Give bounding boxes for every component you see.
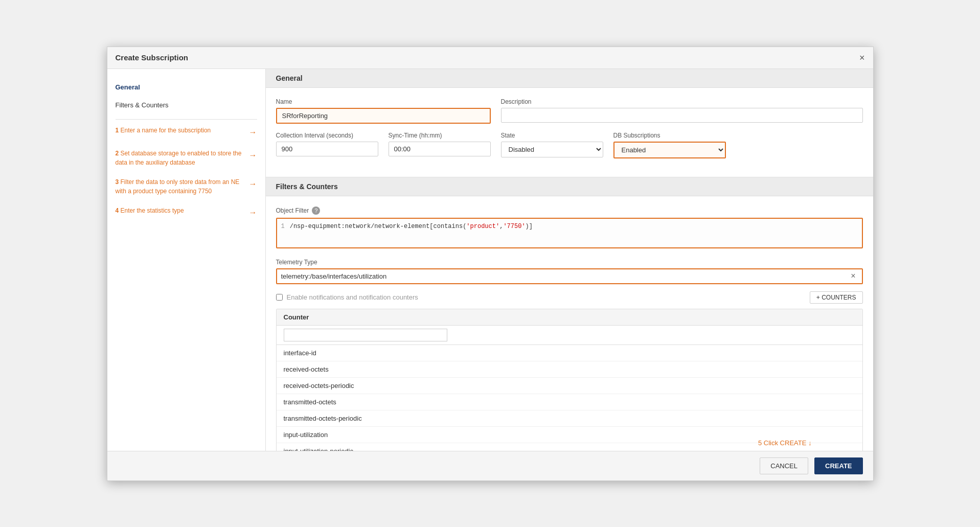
description-input[interactable]: [501, 108, 863, 123]
notifications-label[interactable]: Enable notifications and notification co…: [276, 293, 418, 301]
settings-row: Collection Interval (seconds) Sync-Time …: [276, 132, 863, 158]
db-subscriptions-select[interactable]: Disabled Enabled: [613, 142, 726, 158]
state-select[interactable]: Disabled Enabled: [501, 142, 603, 157]
telemetry-input-wrapper: ×: [276, 268, 863, 284]
telemetry-type-label: Telemetry Type: [276, 259, 863, 266]
sync-time-input[interactable]: [389, 142, 491, 156]
sidebar-divider: [116, 119, 257, 120]
step-1-annotation: 1 Enter a name for the subscription →: [116, 126, 257, 139]
telemetry-type-input[interactable]: [281, 269, 849, 283]
name-label: Name: [276, 98, 491, 105]
dialog-body: General Filters & Counters 1 Enter a nam…: [107, 69, 873, 451]
list-item[interactable]: interface-id: [277, 345, 862, 361]
general-section-header: General: [266, 69, 873, 88]
line-number: 1: [281, 223, 285, 230]
step5-annotation: 5 Click CREATE ↓: [758, 439, 812, 447]
dialog-title: Create Subscription: [116, 53, 189, 62]
sync-time-group: Sync-Time (hh:mm): [389, 132, 491, 158]
general-section-body: Name Description Collection Interval (se…: [266, 88, 873, 177]
main-content: General Name Description: [266, 69, 873, 451]
list-item[interactable]: transmitted-octets: [277, 394, 862, 410]
close-button[interactable]: ×: [859, 53, 865, 62]
object-filter-editor[interactable]: 1/nsp-equipment:network/network-element[…: [276, 218, 863, 248]
counters-table: Counter interface-id received-octets rec…: [276, 309, 863, 451]
step-2-annotation: 2 Set database storage to enabled to sto…: [116, 149, 257, 167]
step2-arrow-icon: →: [249, 149, 257, 162]
sidebar-item-filters[interactable]: Filters & Counters: [116, 97, 257, 113]
step-3-annotation: 3 Filter the data to only store data fro…: [116, 177, 257, 196]
filters-section-body: Object Filter ? 1/nsp-equipment:network/…: [266, 196, 873, 451]
telemetry-type-container: Telemetry Type ×: [276, 259, 863, 284]
counter-table-header: Counter: [277, 309, 862, 326]
create-subscription-dialog: Create Subscription × General Filters & …: [107, 47, 874, 481]
dialog-header: Create Subscription ×: [107, 47, 873, 69]
code-path: /nsp-equipment:network/network-element[c…: [290, 223, 533, 230]
collection-interval-group: Collection Interval (seconds): [276, 132, 378, 158]
cancel-button[interactable]: CANCEL: [760, 457, 808, 474]
collection-interval-input[interactable]: [276, 142, 378, 156]
sidebar: General Filters & Counters 1 Enter a nam…: [107, 69, 266, 451]
telemetry-clear-button[interactable]: ×: [849, 271, 857, 281]
step-4-annotation: 4 Enter the statistics type →: [116, 206, 257, 219]
create-button[interactable]: CREATE: [814, 457, 862, 474]
sync-time-label: Sync-Time (hh:mm): [389, 132, 491, 139]
state-group: State Disabled Enabled: [501, 132, 603, 158]
notifications-row: Enable notifications and notification co…: [276, 291, 863, 304]
description-group: Description: [501, 98, 863, 124]
state-label: State: [501, 132, 603, 139]
db-subscriptions-group: DB Subscriptions Disabled Enabled: [613, 132, 726, 158]
notifications-checkbox[interactable]: [276, 294, 283, 301]
object-filter-label: Object Filter: [276, 207, 309, 214]
name-description-row: Name Description: [276, 98, 863, 124]
sidebar-item-general[interactable]: General: [116, 79, 257, 95]
counters-button[interactable]: + COUNTERS: [810, 291, 863, 304]
list-item[interactable]: received-octets-periodic: [277, 378, 862, 394]
db-subscriptions-label: DB Subscriptions: [613, 132, 726, 139]
step4-arrow-icon: →: [249, 207, 257, 219]
list-item[interactable]: received-octets: [277, 361, 862, 378]
description-label: Description: [501, 98, 863, 105]
object-filter-help-icon[interactable]: ?: [312, 207, 320, 215]
name-input[interactable]: [276, 108, 491, 124]
counter-search-input[interactable]: [284, 329, 447, 341]
dialog-footer: CANCEL CREATE: [107, 451, 873, 480]
filters-section-header: Filters & Counters: [266, 177, 873, 196]
counter-list: interface-id received-octets received-oc…: [277, 345, 862, 451]
step1-arrow-icon: →: [249, 126, 257, 139]
step3-arrow-icon: →: [249, 178, 257, 190]
object-filter-container: Object Filter ? 1/nsp-equipment:network/…: [276, 207, 863, 248]
list-item[interactable]: transmitted-octets-periodic: [277, 410, 862, 427]
collection-interval-label: Collection Interval (seconds): [276, 132, 378, 139]
counter-search-container: [277, 326, 862, 345]
name-group: Name: [276, 98, 491, 124]
